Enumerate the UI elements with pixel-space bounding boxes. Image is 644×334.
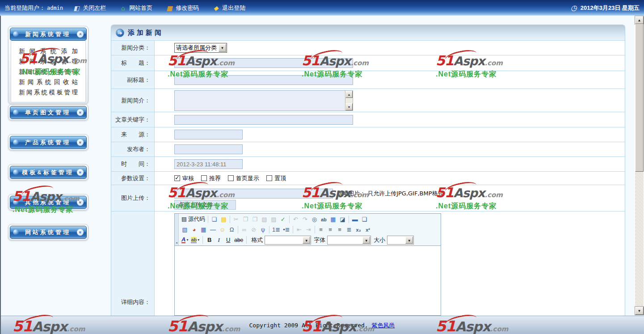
chevron-down-icon[interactable]: »: [77, 229, 84, 236]
param-checkbox[interactable]: 推荐: [201, 174, 221, 182]
chevron-down-icon[interactable]: »: [77, 169, 84, 176]
chevron-down-icon[interactable]: »: [77, 199, 84, 206]
cut-icon[interactable]: ✂: [232, 215, 241, 224]
align-justify-icon[interactable]: ≣: [345, 225, 354, 234]
outdent-icon[interactable]: ⇤: [295, 225, 304, 234]
sidebar-panel-header[interactable]: 网站系统管理 »: [10, 226, 87, 239]
paste-text-icon[interactable]: ▧: [260, 215, 269, 224]
spellcheck-icon[interactable]: ✓: [278, 215, 288, 224]
sidebar-panel-header[interactable]: 模板&标签管理 »: [10, 166, 87, 179]
page-scrollbar[interactable]: ▲ ▼: [635, 16, 644, 316]
change-password-button[interactable]: ▦ 修改密码: [166, 4, 199, 12]
scroll-up-icon[interactable]: ▲: [345, 91, 353, 98]
keywords-input[interactable]: [174, 115, 353, 125]
unlink-icon[interactable]: ⊘: [249, 225, 258, 234]
anchor-icon[interactable]: ψ: [258, 225, 268, 234]
title-input[interactable]: [174, 58, 353, 68]
upload-label: 图片上传：: [111, 185, 155, 211]
remove-format-icon[interactable]: ◪: [338, 215, 347, 224]
textarea-scrollbar[interactable]: ▲ ▼: [345, 91, 353, 110]
sidebar-menu-item[interactable]: 新闻系统添加: [19, 46, 78, 56]
sidebar-menu-item[interactable]: 新闻系统模板管理: [19, 87, 78, 97]
special-char-icon[interactable]: Ω: [227, 225, 236, 234]
format-select[interactable]: ▼: [265, 236, 311, 245]
logout-button[interactable]: ◆ 退出登陆: [212, 4, 245, 12]
print-preview-icon[interactable]: ❏: [360, 215, 369, 224]
scrollbar-down-button[interactable]: ▼: [635, 307, 644, 315]
subscript-icon[interactable]: x₂: [354, 225, 363, 234]
chevron-up-icon[interactable]: »: [77, 31, 84, 38]
link-icon[interactable]: ∞: [240, 225, 249, 234]
replace-icon[interactable]: ab: [319, 215, 328, 224]
source-input[interactable]: [174, 130, 243, 140]
sidebar-panel-header[interactable]: 其他系统管理 »: [10, 196, 87, 209]
redo-icon[interactable]: ↷: [300, 215, 310, 224]
numbered-list-icon[interactable]: 1≣: [271, 225, 282, 234]
param-checkbox[interactable]: 审核: [174, 174, 194, 182]
paste-word-icon[interactable]: ▨: [269, 215, 278, 224]
chevron-down-icon[interactable]: »: [77, 139, 84, 146]
scrollbar-thumb[interactable]: [635, 24, 644, 172]
size-select[interactable]: ▼: [387, 236, 414, 245]
checkbox-icon[interactable]: [174, 175, 180, 181]
preview-icon[interactable]: ❏: [210, 215, 219, 224]
param-checkbox[interactable]: 置顶: [266, 174, 286, 182]
footer-brand-link[interactable]: 紫色风尚: [371, 322, 395, 329]
sidebar-menu-item[interactable]: 新闻系统回收站: [19, 77, 78, 87]
select-all-icon[interactable]: ▦: [328, 215, 338, 224]
time-input[interactable]: [174, 159, 243, 169]
sidebar-panel-header[interactable]: 单页图文管理 »: [10, 106, 87, 119]
upload-path-input[interactable]: [174, 189, 333, 199]
font-select[interactable]: ▼: [327, 236, 371, 245]
italic-button[interactable]: I: [214, 236, 223, 245]
chevron-down-icon[interactable]: »: [77, 109, 84, 116]
site-home-button[interactable]: ⌂ 网站首页: [119, 4, 152, 12]
sidebar-menu-item[interactable]: 新闻系统分类管理: [19, 67, 78, 77]
select-arrow-icon[interactable]: ▼: [219, 44, 226, 52]
checkbox-icon[interactable]: [201, 175, 207, 181]
indent-icon[interactable]: ⇥: [304, 225, 313, 234]
undo-icon[interactable]: ↶: [291, 215, 300, 224]
copy-icon[interactable]: ❐: [241, 215, 250, 224]
subtitle-input[interactable]: [174, 75, 353, 85]
horizontal-rule-icon[interactable]: ―: [208, 225, 218, 234]
close-left-panel-button[interactable]: ◧ 关闭左栏: [73, 4, 106, 12]
category-select[interactable]: 请选者所属分类 ▼: [174, 43, 227, 53]
table-icon[interactable]: ▦: [199, 225, 208, 234]
select-arrow-icon[interactable]: ▼: [362, 237, 370, 244]
sidebar-panel-news-header[interactable]: 新闻系统管理 »: [10, 28, 87, 41]
editor-content-area[interactable]: [174, 246, 441, 316]
bullet-list-icon[interactable]: •≣: [282, 225, 291, 234]
superscript-icon[interactable]: x²: [363, 225, 373, 234]
align-right-icon[interactable]: ≡: [335, 225, 345, 234]
intro-textarea[interactable]: ▲ ▼: [174, 90, 353, 111]
select-arrow-icon[interactable]: ▼: [405, 237, 413, 244]
checkbox-icon[interactable]: [228, 175, 234, 181]
source-button[interactable]: ▤ 源代码: [180, 215, 206, 224]
checkbox-icon[interactable]: [266, 175, 272, 181]
text-color-icon[interactable]: A▾: [180, 236, 189, 245]
toolbar-collapse-handle[interactable]: ◂: [175, 214, 179, 245]
upload-file-button[interactable]: 点此上传文件: [174, 200, 236, 210]
bold-button[interactable]: B: [205, 236, 214, 245]
param-checkbox[interactable]: 首页显示: [228, 174, 259, 182]
underline-button[interactable]: U: [223, 236, 233, 245]
scroll-down-icon[interactable]: ▼: [345, 103, 353, 110]
align-left-icon[interactable]: ≡: [316, 225, 326, 234]
strikethrough-button[interactable]: abe: [233, 236, 244, 245]
sidebar-menu-item[interactable]: 新闻系统管理: [19, 56, 78, 67]
sidebar-panel-header[interactable]: 产品系统管理 »: [10, 136, 87, 149]
paste-icon[interactable]: ❒: [250, 215, 260, 224]
templates-icon[interactable]: ▤: [219, 215, 228, 224]
scrollbar-up-button[interactable]: ▲: [635, 16, 644, 24]
flash-icon[interactable]: ◕: [189, 225, 199, 234]
fit-window-icon[interactable]: ▬: [350, 215, 360, 224]
bullet-sphere-icon: [13, 140, 19, 145]
smiley-icon[interactable]: ☺: [218, 225, 227, 234]
select-arrow-icon[interactable]: ▼: [303, 237, 310, 244]
align-center-icon[interactable]: ≡: [326, 225, 335, 234]
image-icon[interactable]: ▧: [180, 225, 189, 234]
publisher-input[interactable]: [174, 144, 243, 154]
find-icon[interactable]: ◎: [310, 215, 319, 224]
highlight-color-icon[interactable]: ab▾: [189, 236, 201, 245]
